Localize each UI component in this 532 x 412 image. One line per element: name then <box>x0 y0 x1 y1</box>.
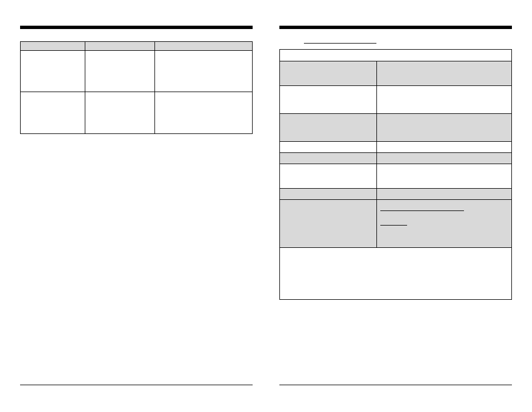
table-footer <box>280 248 511 299</box>
left-top-rule <box>20 26 253 29</box>
table-cell <box>377 189 511 199</box>
table-header-cell <box>85 42 155 51</box>
table-header-row <box>21 42 252 51</box>
underline-text-long <box>380 205 464 211</box>
table-cell <box>21 51 85 92</box>
table-cell <box>280 153 377 164</box>
table-cell <box>155 51 252 92</box>
table-cell <box>85 51 155 92</box>
table-cell <box>280 164 377 188</box>
table-cell <box>280 200 377 247</box>
table-row <box>280 142 511 153</box>
table-cell <box>377 86 511 113</box>
table-cell <box>280 61 377 85</box>
table-row <box>280 50 511 61</box>
table-cell <box>85 92 155 133</box>
table-cell <box>377 200 511 247</box>
table-row <box>21 51 252 92</box>
table-row <box>280 114 511 142</box>
table-cell <box>280 86 377 113</box>
underline-text-short <box>380 220 407 226</box>
left-table <box>20 41 253 134</box>
table-header-cell <box>155 42 252 51</box>
table-cell <box>280 142 377 152</box>
table-cell <box>21 92 85 133</box>
table-row <box>280 61 511 86</box>
table-cell <box>280 189 377 199</box>
right-table <box>279 49 512 300</box>
section-heading-underline <box>304 37 376 44</box>
table-cell <box>377 164 511 188</box>
table-cell <box>377 61 511 85</box>
right-column <box>279 16 512 401</box>
table-footer-cell <box>280 248 511 299</box>
table-row <box>280 153 511 164</box>
table-row <box>280 86 511 114</box>
table-cell <box>377 153 511 164</box>
table-row <box>280 164 511 189</box>
table-cell <box>377 114 511 141</box>
table-cell <box>377 142 511 152</box>
table-row <box>21 92 252 133</box>
left-column <box>20 16 253 401</box>
table-cell-full <box>280 50 511 61</box>
right-top-rule <box>279 26 512 29</box>
table-row <box>280 189 511 200</box>
table-header-cell <box>21 42 85 51</box>
table-cell <box>280 114 377 141</box>
table-cell <box>155 92 252 133</box>
right-bottom-rule <box>279 385 512 385</box>
table-row <box>280 200 511 248</box>
left-bottom-rule <box>20 385 253 385</box>
